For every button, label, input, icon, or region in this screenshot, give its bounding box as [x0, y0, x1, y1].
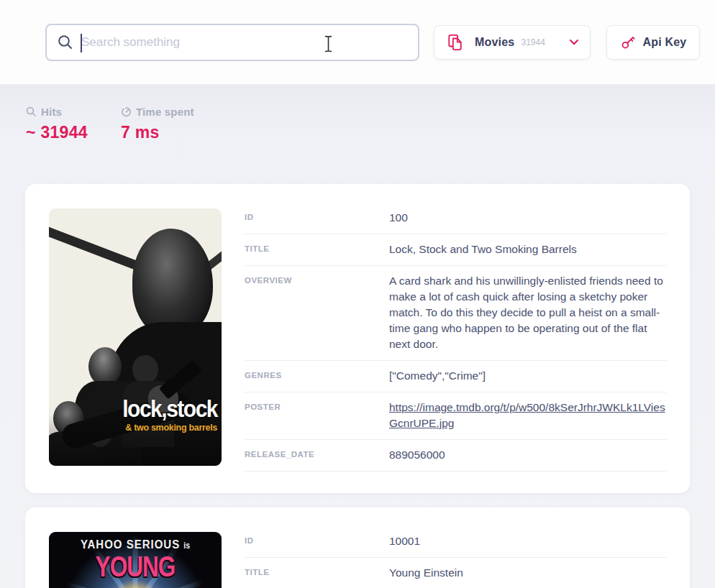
poster-studio-text: YAHOO SERIOUS is: [49, 537, 222, 551]
results-list: lock,stock & two smoking barrels ID 100 …: [0, 184, 715, 588]
time-spent-value: 7 ms: [121, 123, 194, 142]
movie-poster-image: lock,stock & two smoking barrels: [49, 208, 222, 466]
search-icon: [57, 34, 74, 51]
search-box[interactable]: [45, 24, 419, 61]
movie-poster-image: YAHOO SERIOUS is YOUNG EINSTEIN: [49, 532, 222, 588]
text-caret: [81, 34, 82, 52]
field-value: 10001: [389, 533, 667, 549]
field-label: OVERVIEW: [245, 273, 389, 285]
field-label: TITLE: [245, 242, 389, 253]
field-label: ID: [245, 210, 389, 221]
key-icon: [620, 35, 636, 50]
field-row-poster: POSTER https://image.tmdb.org/t/p/w500/8…: [245, 392, 667, 440]
hits-label: Hits: [41, 106, 62, 118]
time-spent-stat: Time spent 7 ms: [121, 106, 194, 142]
chevron-down-icon: [570, 40, 578, 45]
field-value: 889056000: [389, 447, 667, 463]
index-name: Movies: [475, 36, 514, 49]
field-row-id: ID 10001: [245, 532, 667, 558]
field-value: ["Comedy","Crime"]: [389, 368, 667, 384]
field-value: Lock, Stock and Two Smoking Barrels: [389, 242, 667, 257]
poster-title-text: lock,stock: [122, 396, 217, 423]
api-key-button[interactable]: Api Key: [606, 25, 700, 60]
api-key-label: Api Key: [643, 36, 687, 49]
poster-url-link[interactable]: https://image.tmdb.org/t/p/w500/8kSerJrh…: [389, 401, 665, 429]
field-label: TITLE: [245, 565, 389, 576]
index-doc-count: 31944: [521, 37, 570, 47]
time-spent-label: Time spent: [136, 106, 194, 118]
document-fields: ID 100 TITLE Lock, Stock and Two Smoking…: [245, 208, 667, 493]
field-label: ID: [245, 533, 389, 545]
result-card-lock-stock: lock,stock & two smoking barrels ID 100 …: [25, 184, 690, 493]
field-label: GENRES: [245, 368, 389, 380]
hits-value: ~ 31944: [26, 123, 88, 142]
document-fields: ID 10001 TITLE Young Einstein OVERVIEW A…: [245, 532, 667, 588]
hits-search-icon: [26, 106, 37, 117]
poster-subtitle-text: & two smoking barrels: [125, 423, 217, 433]
field-row-title: TITLE Young Einstein: [245, 558, 667, 588]
field-value: Young Einstein: [389, 565, 667, 581]
search-input[interactable]: [81, 25, 418, 60]
timer-icon: [121, 106, 132, 117]
index-selector-dropdown[interactable]: Movies 31944: [434, 25, 591, 60]
field-row-overview: OVERVIEW A card shark and his unwillingl…: [245, 266, 667, 361]
hits-stat: Hits ~ 31944: [26, 106, 88, 142]
field-row-id: ID 100: [245, 208, 667, 234]
field-row-genres: GENRES ["Comedy","Crime"]: [245, 361, 667, 392]
field-label: POSTER: [245, 400, 389, 411]
field-row-release-date: RELEASE_DATE 889056000: [245, 440, 667, 472]
field-label: RELEASE_DATE: [245, 447, 389, 459]
top-header: Movies 31944 Api Key: [0, 0, 715, 85]
search-stats: Hits ~ 31944 Time spent 7 ms: [26, 106, 227, 142]
field-value: 100: [389, 210, 667, 226]
field-row-title: TITLE Lock, Stock and Two Smoking Barrel…: [245, 234, 667, 266]
result-card-young-einstein: YAHOO SERIOUS is YOUNG EINSTEIN ID 10001…: [25, 507, 690, 588]
field-value: A card shark and his unwillingly-enliste…: [389, 273, 667, 352]
poster-title-text: YOUNG EINSTEIN: [49, 551, 222, 588]
documents-icon: [447, 34, 463, 51]
